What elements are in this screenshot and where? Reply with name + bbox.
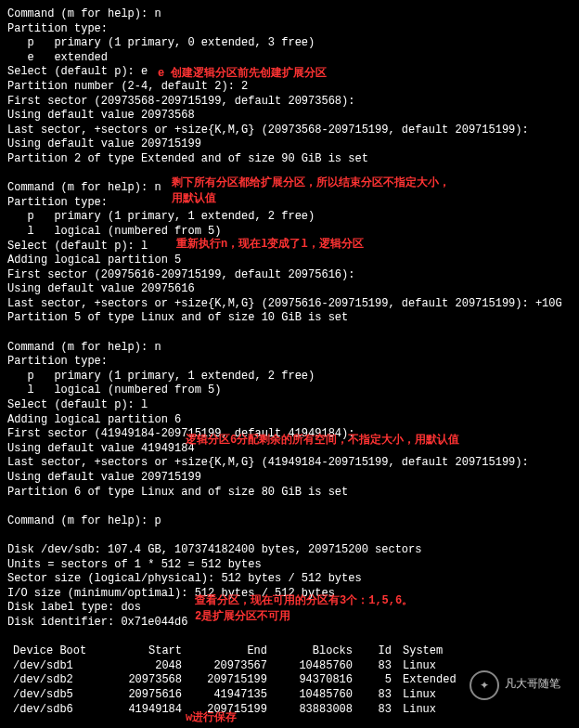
annotation-logical: 重新执行n，现在l变成了l，逻辑分区	[176, 238, 364, 253]
annotation-extended: e 创建逻辑分区前先创建扩展分区	[158, 67, 327, 82]
out: l logical (numbered from 5)	[7, 384, 572, 398]
blank	[7, 528, 572, 543]
annotation-view: 查看分区，现在可用的分区有3个：1,5,6。	[195, 594, 413, 609]
out: Using default value 209715199	[7, 471, 572, 486]
table-row: /dev/sdb6419491842097151998388300883Linu…	[7, 703, 473, 718]
blank	[7, 326, 572, 341]
out: Using default value 20975616	[7, 282, 572, 297]
annotation-partition6: 逻辑分区6分配剩余的所有空间，不指定大小，用默认值	[186, 434, 459, 448]
cmd-line: Command (m for help): p	[7, 514, 572, 529]
blank	[7, 630, 572, 645]
out: Partition type:	[7, 22, 572, 37]
out: Disk /dev/sdb: 107.4 GB, 107374182400 by…	[7, 543, 572, 558]
wechat-icon: ✦	[470, 670, 499, 700]
annotation-save: w进行保存	[186, 711, 237, 726]
out: First sector (20975616-209715199, defaul…	[7, 268, 572, 283]
out: Partition type:	[7, 196, 572, 211]
out: p primary (1 primary, 1 extended, 2 free…	[7, 210, 572, 225]
table-row: /dev/sdb220973568209715199943708165Exten…	[7, 673, 473, 688]
table-row: /dev/sdb12048209735671048576083Linux	[7, 659, 473, 674]
out: Adding logical partition 5	[7, 254, 572, 268]
annotation-remaining: 剩下所有分区都给扩展分区，所以结束分区不指定大小，	[172, 176, 450, 191]
out: Using default value 20973568	[7, 109, 572, 124]
annotation-remaining-2: 用默认值	[172, 192, 216, 207]
out: Units = sectors of 1 * 512 = 512 bytes	[7, 558, 572, 573]
out: e extended	[7, 51, 572, 66]
out: Partition 5 of type Linux and of size 10…	[7, 311, 572, 326]
annotation-view-2: 2是扩展分区不可用	[195, 610, 290, 625]
cmd-line: Command (m for help): n	[7, 7, 572, 22]
table-header: Device Boot Start End Blocks Id System	[7, 644, 473, 659]
out: Sector size (logical/physical): 512 byte…	[7, 572, 572, 587]
out: Partition number (2-4, default 2): 2	[7, 80, 572, 95]
cmd-line: Command (m for help): n	[7, 341, 572, 356]
out: Select (default p): l	[7, 398, 572, 413]
watermark: ✦ 凡大哥随笔	[470, 670, 560, 700]
out: First sector (20973568-209715199, defaul…	[7, 95, 572, 110]
out: p primary (1 primary, 0 extended, 3 free…	[7, 36, 572, 51]
out: Using default value 209715199	[7, 137, 572, 152]
out: Last sector, +sectors or +size{K,M,G} (4…	[7, 456, 572, 471]
watermark-text: 凡大哥随笔	[505, 678, 560, 693]
out: Partition 2 of type Extended and of size…	[7, 152, 572, 167]
blank	[7, 717, 572, 728]
out: Adding logical partition 6	[7, 413, 572, 428]
partition-table: Device Boot Start End Blocks Id System /…	[7, 644, 473, 717]
out: Partition 6 of type Linux and of size 80…	[7, 486, 572, 500]
out: Last sector, +sectors or +size{K,M,G} (2…	[7, 124, 572, 138]
blank	[7, 500, 572, 514]
table-row: /dev/sdb520975616419471351048576083Linux	[7, 688, 473, 703]
out: Partition type:	[7, 355, 572, 370]
out: Last sector, +sectors or +size{K,M,G} (2…	[7, 297, 572, 312]
out: p primary (1 primary, 1 extended, 2 free…	[7, 370, 572, 384]
